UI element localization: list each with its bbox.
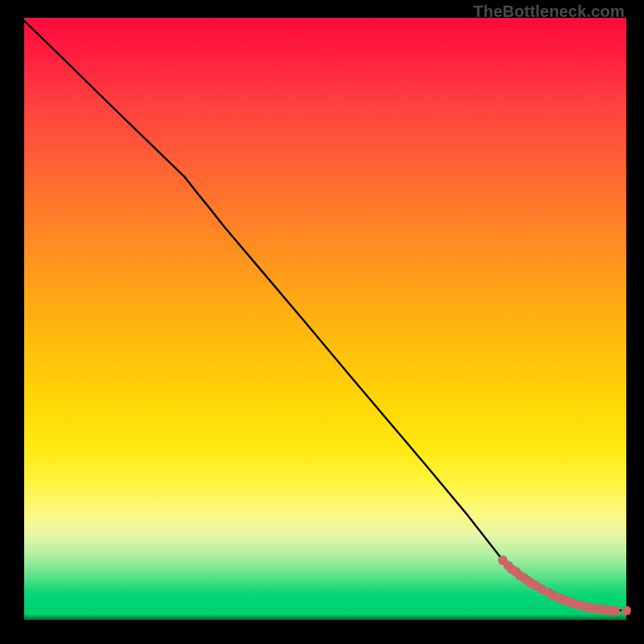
chart-overlay (24, 18, 626, 620)
chart-container: TheBottleneck.com (0, 0, 644, 644)
line-curve (24, 21, 626, 611)
scatter-points (498, 555, 631, 615)
scatter-point (610, 605, 620, 615)
watermark-text: TheBottleneck.com (473, 2, 625, 21)
curve-path (24, 21, 626, 611)
scatter-point (621, 605, 631, 615)
plot-area (24, 18, 626, 620)
